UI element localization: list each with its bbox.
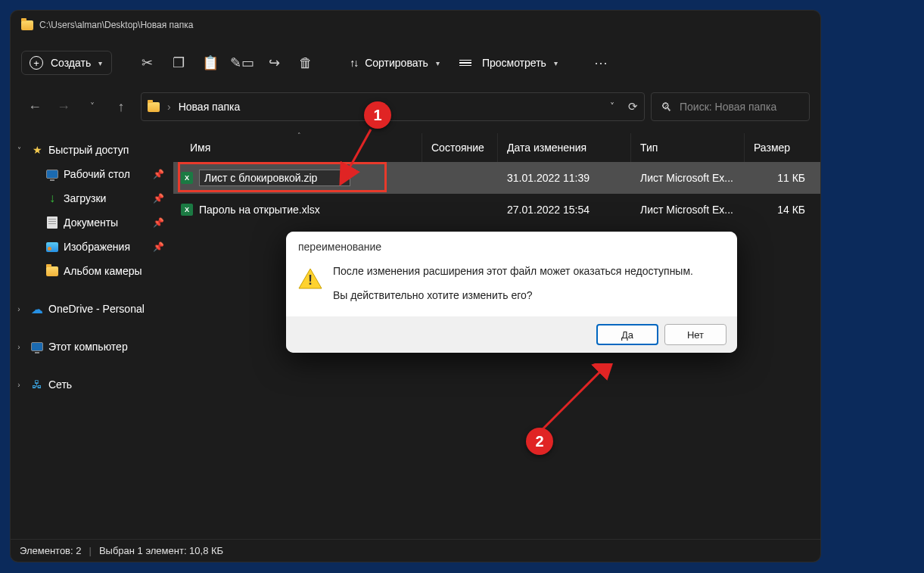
dialog-message: После изменения расширения этот файл мож… [333,265,693,301]
dialog-title: переименование [286,232,737,260]
excel-icon: X [181,204,193,216]
nav-row: ← → ˅ ↑ › Новая папка ˅ ⟳ 🔍︎ Поиск: Нова… [11,89,820,133]
sort-icon: ↑↓ [350,57,357,69]
file-row[interactable]: X Пароль на открытие.xlsx 27.01.2022 15:… [173,194,820,226]
view-icon [459,60,471,67]
window-title: C:\Users\alman\Desktop\Новая папка [39,20,193,30]
status-bar: Элементов: 2 | Выбран 1 элемент: 10,8 КБ [11,539,820,562]
search-input[interactable]: 🔍︎ Поиск: Новая папка [651,92,810,121]
folder-icon [46,266,58,276]
file-modified: 31.01.2022 11:39 [498,172,631,184]
column-modified[interactable]: Дата изменения [498,133,631,162]
rename-confirm-dialog: переименование ! После изменения расшире… [286,232,737,353]
sidebar-quick-access[interactable]: ˅ ★ Быстрый доступ [11,138,173,162]
refresh-button[interactable]: ⟳ [628,100,638,114]
file-modified: 27.01.2022 15:54 [498,204,631,216]
column-size[interactable]: Размер [745,133,820,162]
documents-icon [47,216,58,229]
toolbar: + Создать ▾ ✂ ❐ 📋 ✎▭ ↪ 🗑 ↑↓ Сортировать … [11,36,820,89]
cloud-icon: ☁ [31,302,43,316]
pin-icon: 📌 [153,193,164,204]
file-name: Пароль на открытие.xlsx [199,204,320,216]
breadcrumb[interactable]: Новая папка [179,101,241,113]
view-label: Просмотреть [482,57,546,69]
chevron-right-icon[interactable]: › [12,381,26,389]
folder-icon [148,102,160,112]
sidebar-network[interactable]: › 🖧 Сеть [11,372,173,397]
chevron-down-icon: ▾ [436,59,440,67]
sort-indicator-icon: ˄ [297,132,301,139]
search-placeholder: Поиск: Новая папка [680,101,776,113]
sidebar-onedrive[interactable]: › ☁ OneDrive - Personal [11,297,173,321]
pin-icon: 📌 [153,241,164,252]
pictures-icon [46,242,58,252]
more-icon: ⋯ [594,54,609,71]
new-label: Создать [51,57,91,69]
rename-input[interactable]: Лист с блокировкой.zip [199,170,350,186]
chevron-down-icon: ▾ [98,59,102,67]
network-icon: 🖧 [32,378,42,391]
sidebar-documents[interactable]: · Документы 📌 [11,210,173,235]
back-button[interactable]: ← [21,93,48,120]
new-button[interactable]: + Создать ▾ [21,51,112,75]
annotation-callout-1: 1 [364,101,391,129]
file-row[interactable]: X Лист с блокировкой.zip 31.01.2022 11:3… [173,162,820,194]
warning-icon: ! [298,268,322,289]
chevron-down-icon[interactable]: ˅ [12,146,26,154]
pin-icon: 📌 [153,217,164,228]
forward-button: → [50,93,77,120]
sidebar-desktop[interactable]: · Рабочий стол 📌 [11,162,173,186]
file-size: 14 КБ [745,204,820,216]
no-button[interactable]: Нет [664,324,726,345]
rename-button[interactable]: ✎▭ [227,49,257,76]
chevron-down-icon: ▾ [554,59,558,67]
title-bar[interactable]: C:\Users\alman\Desktop\Новая папка [11,11,820,36]
up-button[interactable]: ↑ [107,93,135,120]
chevron-right-icon[interactable]: › [12,343,26,351]
copy-button[interactable]: ❐ [163,49,194,76]
sidebar-pictures[interactable]: · Изображения 📌 [11,235,173,259]
column-headers: Имя ˄ Состояние Дата изменения Тип Разме… [173,133,820,162]
folder-icon [21,20,33,30]
status-selection: Выбран 1 элемент: 10,8 КБ [99,545,223,556]
sort-label: Сортировать [365,57,428,69]
file-size: 11 КБ [745,172,820,184]
svg-text:!: ! [308,272,313,288]
plus-icon: + [30,56,43,70]
sort-button[interactable]: ↑↓ Сортировать ▾ [341,49,449,76]
column-state[interactable]: Состояние [422,133,498,162]
excel-icon: X [181,172,193,184]
chevron-right-icon[interactable]: › [12,305,26,313]
desktop-icon [46,170,58,179]
annotation-callout-2: 2 [526,428,553,455]
column-name[interactable]: Имя ˄ [173,133,422,162]
view-button[interactable]: Просмотреть ▾ [450,49,567,76]
sidebar-this-pc[interactable]: › Этот компьютер [11,335,173,359]
status-items: Элементов: 2 [20,545,81,556]
chevron-right-icon: › [167,101,171,113]
column-type[interactable]: Тип [631,133,745,162]
delete-button[interactable]: 🗑 [291,49,321,76]
paste-button: 📋 [195,49,226,76]
sidebar-camera-album[interactable]: · Альбом камеры [11,259,173,283]
file-type: Лист Microsoft Ex... [631,172,745,184]
pin-icon: 📌 [153,169,164,179]
share-button[interactable]: ↪ [259,49,289,76]
recent-button[interactable]: ˅ [79,93,106,120]
monitor-icon [31,342,43,351]
file-type: Лист Microsoft Ex... [631,204,745,216]
dropdown-icon[interactable]: ˅ [610,101,614,112]
download-icon: ↓ [49,192,55,205]
cut-button[interactable]: ✂ [132,49,162,76]
sidebar: ˅ ★ Быстрый доступ · Рабочий стол 📌 · ↓ … [11,133,173,539]
more-button[interactable]: ⋯ [586,49,617,76]
yes-button[interactable]: Да [596,324,658,345]
address-bar[interactable]: › Новая папка ˅ ⟳ [141,92,645,121]
star-icon: ★ [33,144,42,156]
sidebar-downloads[interactable]: · ↓ Загрузки 📌 [11,186,173,210]
search-icon: 🔍︎ [661,101,672,114]
